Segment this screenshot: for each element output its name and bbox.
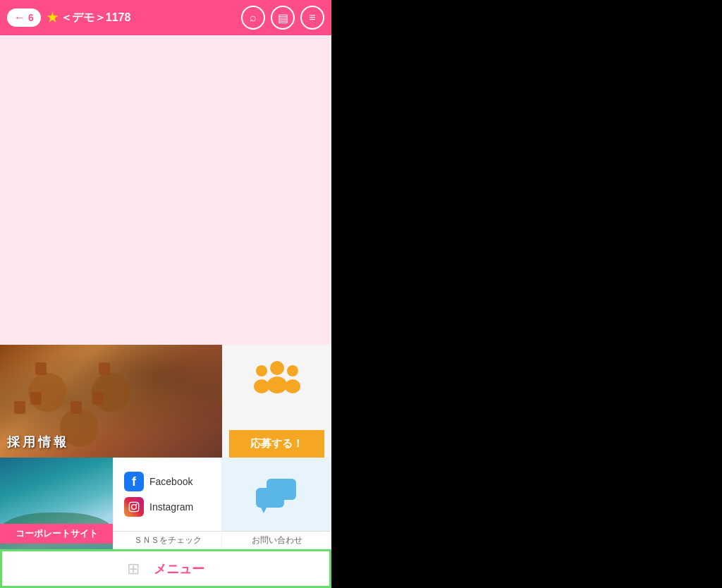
document-button[interactable]: ▤ — [271, 6, 295, 30]
content-area: 採用情報 応募する！ — [0, 35, 331, 549]
back-arrow-icon: ← — [14, 11, 25, 24]
facebook-icon: f — [124, 472, 144, 491]
facebook-label: Facebook — [149, 476, 192, 487]
svg-point-7 — [132, 505, 137, 510]
menu-label: メニュー — [154, 561, 204, 577]
svg-rect-11 — [256, 488, 284, 508]
svg-point-2 — [256, 365, 267, 376]
svg-point-0 — [270, 361, 284, 375]
grid-row-1: 採用情報 応募する！ — [0, 345, 331, 458]
people-icon — [249, 355, 305, 398]
star-icon: ★ — [47, 10, 58, 25]
hamburger-button[interactable]: ≡ — [300, 6, 324, 30]
svg-rect-6 — [129, 502, 138, 511]
instagram-label: Instagram — [149, 501, 193, 513]
back-count: 6 — [28, 12, 34, 23]
annotation-panel: 『その他のテキスト』選択で こちらに表示される文言を変更できます。 — [348, 468, 708, 517]
nav-title: ★ ＜デモ＞1178 — [47, 10, 235, 25]
nav-icons: ⌕ ▤ ≡ — [241, 6, 324, 30]
annotation-line1: 『その他のテキスト』選択で — [348, 472, 556, 489]
svg-point-3 — [254, 379, 269, 393]
svg-point-8 — [136, 503, 137, 505]
page-title: ＜デモ＞1178 — [61, 11, 131, 25]
phone-frame: ← 6 ★ ＜デモ＞1178 ⌕ ▤ ≡ — [0, 0, 331, 588]
otoiawase-cell[interactable]: お問い合わせ — [222, 458, 331, 549]
instagram-item: Instagram — [124, 497, 193, 517]
annotation-line2: こちらに表示される文言を変更できます。 — [348, 496, 651, 514]
obo-cell: 応募する！ — [222, 345, 331, 458]
chat-icon — [252, 475, 302, 514]
annotation-text: 『その他のテキスト』選択で こちらに表示される文言を変更できます。 — [348, 468, 708, 517]
corporate-cell[interactable]: コーポレートサイト — [0, 458, 113, 549]
instagram-icon — [124, 497, 144, 517]
sns-items: f Facebook Instagram — [114, 458, 221, 531]
facebook-item: f Facebook — [124, 472, 192, 491]
sns-cell[interactable]: f Facebook Instagram — [113, 458, 222, 549]
svg-point-4 — [287, 365, 298, 376]
saiyo-label: 採用情報 — [7, 434, 69, 451]
saiyo-cell[interactable]: 採用情報 — [0, 345, 222, 458]
svg-point-5 — [285, 379, 300, 393]
search-icon: ⌕ — [250, 11, 257, 24]
top-bar: ← 6 ★ ＜デモ＞1178 ⌕ ▤ ≡ — [0, 0, 331, 35]
hamburger-icon: ≡ — [309, 11, 315, 24]
back-button[interactable]: ← 6 — [7, 8, 41, 27]
obo-button[interactable]: 応募する！ — [229, 430, 324, 458]
grid-icon: ⊞ — [127, 560, 140, 578]
svg-marker-12 — [261, 508, 267, 513]
grid-row-2: コーポレートサイト f Facebook — [0, 458, 331, 549]
document-icon: ▤ — [278, 11, 288, 25]
corporate-label: コーポレートサイト — [0, 524, 113, 544]
pink-spacer — [0, 35, 331, 345]
search-button[interactable]: ⌕ — [241, 6, 265, 30]
otoiawase-label: お問い合わせ — [222, 531, 331, 549]
sns-check-label: ＳＮＳをチェック — [114, 531, 221, 549]
bottom-nav: ⊞ メニュー — [0, 549, 331, 588]
svg-point-1 — [267, 376, 287, 393]
